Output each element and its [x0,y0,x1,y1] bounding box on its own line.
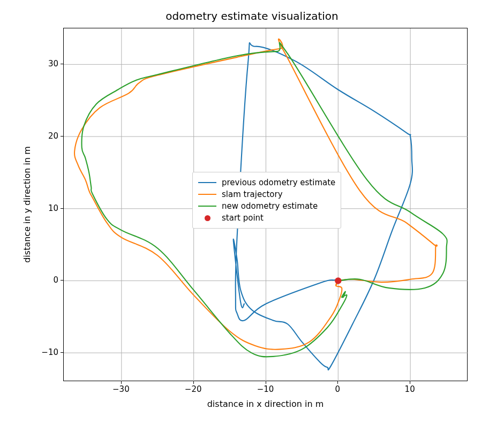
legend-swatch-line-icon [198,191,216,198]
chart-title: odometry estimate visualization [0,10,504,22]
legend-item-new-odometry: new odometry estimate [198,200,335,212]
legend-swatch-line-icon [198,202,216,210]
x-axis-label: distance in x direction in m [63,399,468,409]
legend: previous odometry estimate slam trajecto… [192,172,341,229]
x-tick-label: −30 [112,384,130,394]
y-tick-label: 20 [48,131,58,141]
legend-swatch-dot-icon [198,214,216,222]
y-tick-label: 0 [53,275,58,285]
y-tick-label: 30 [48,59,58,69]
markers [335,277,341,284]
y-axis-label: distance in y direction in m [21,28,32,381]
legend-swatch-line-icon [198,179,216,186]
y-tick-label: −10 [41,347,58,357]
y-tick-label: 10 [48,203,58,213]
legend-label: slam trajectory [222,190,283,199]
legend-label: start point [222,213,264,223]
legend-item-previous-odometry: previous odometry estimate [198,177,335,188]
legend-label: previous odometry estimate [222,178,335,187]
start-point-marker [335,277,341,284]
x-tick-label: 0 [335,384,341,394]
figure: odometry estimate visualization previous… [0,0,504,424]
plot-area: previous odometry estimate slam trajecto… [63,28,468,381]
x-tick-label: −20 [185,384,202,394]
legend-label: new odometry estimate [222,201,318,211]
x-tick-label: −10 [257,384,274,394]
x-tick-label: 10 [405,384,415,394]
legend-item-start-point: start point [198,212,335,224]
legend-item-slam-trajectory: slam trajectory [198,188,335,200]
